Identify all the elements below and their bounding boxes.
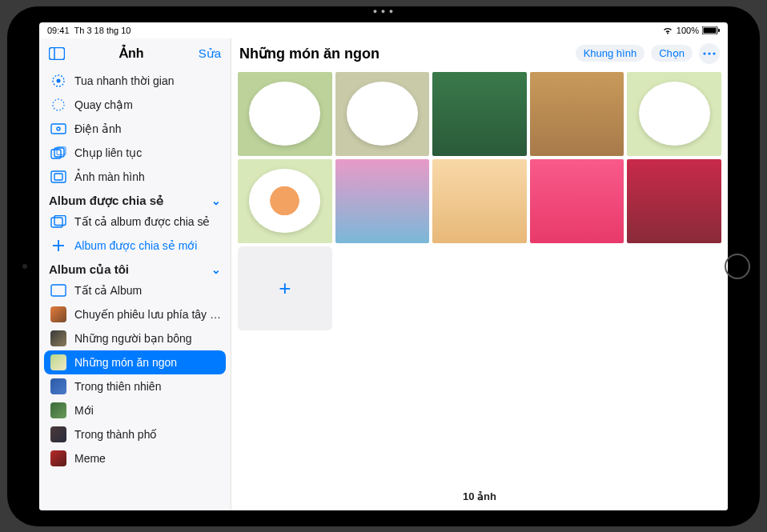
svg-point-21 (708, 52, 710, 54)
sidebar-section-shared[interactable]: Album được chia sẻ ⌄ (39, 189, 231, 210)
front-camera (22, 264, 27, 269)
sidebar-item-label: Album được chia sẻ mới (74, 239, 197, 252)
album-thumb (50, 450, 66, 466)
sidebar-item-album-southwest[interactable]: Chuyến phiêu lưu phía tây nam (39, 302, 231, 326)
photo-thumbnail[interactable] (238, 159, 332, 243)
photo-thumbnail[interactable] (627, 159, 721, 243)
album-thumb (50, 354, 66, 370)
photo-thumbnail[interactable] (238, 72, 332, 156)
chevron-down-icon: ⌄ (211, 194, 221, 207)
sidebar-item-burst[interactable]: Chụp liên tục (39, 141, 231, 165)
add-photo-tile[interactable]: + (238, 246, 332, 330)
burst-icon (50, 145, 66, 161)
sidebar-item-label: Quay chậm (74, 98, 133, 111)
svg-point-22 (713, 52, 715, 54)
sidebar-item-album-fluffy[interactable]: Những người bạn bông (39, 326, 231, 350)
album-thumb (50, 402, 66, 418)
sidebar-item-label: Trong thiên nhiên (74, 380, 161, 393)
app-content: Ảnh Sửa Tua nhanh thời gian Qua (39, 38, 728, 510)
svg-point-7 (53, 99, 64, 110)
sidebar-edit-button[interactable]: Sửa (199, 46, 221, 61)
sidebar-item-label: Ảnh màn hình (74, 170, 145, 183)
section-label: Album được chia sẻ (49, 194, 163, 208)
photo-thumbnail[interactable] (530, 72, 624, 156)
svg-rect-14 (54, 174, 62, 180)
sidebar-item-album-food[interactable]: Những món ăn ngon (44, 350, 226, 374)
slomo-icon (50, 97, 66, 113)
svg-point-20 (703, 52, 705, 54)
sidebar-item-album-nature[interactable]: Trong thiên nhiên (39, 374, 231, 398)
svg-rect-8 (51, 124, 66, 134)
wifi-icon (662, 26, 673, 34)
svg-rect-13 (51, 171, 66, 182)
sidebar-item-album-new[interactable]: Mới (39, 398, 231, 422)
screen: 09:41 Th 3 18 thg 10 ● ● ● 100% (39, 22, 728, 510)
sidebar-item-cinematic[interactable]: Điện ảnh (39, 117, 231, 141)
sidebar-scroll[interactable]: Tua nhanh thời gian Quay chậm Điện ảnh (39, 69, 231, 510)
ellipsis-icon (703, 52, 716, 55)
svg-point-6 (57, 78, 61, 82)
slideshow-button[interactable]: Khung hình (576, 45, 645, 62)
battery-icon (702, 26, 720, 34)
section-label: Album của tôi (49, 262, 129, 277)
status-bar: 09:41 Th 3 18 thg 10 ● ● ● 100% (39, 22, 728, 38)
sidebar-item-label: Chụp liên tục (74, 146, 142, 159)
chevron-down-icon: ⌄ (211, 263, 221, 276)
album-thumb (50, 426, 66, 442)
photo-thumbnail[interactable] (335, 72, 430, 156)
home-button[interactable] (725, 254, 750, 279)
sidebar-item-all-shared[interactable]: Tất cả album được chia sẻ (39, 210, 231, 234)
photo-count: 10 ảnh (231, 484, 728, 510)
cinematic-icon (50, 121, 66, 137)
status-time: 09:41 (47, 26, 70, 35)
albums-icon (50, 282, 66, 298)
photo-grid: + (231, 69, 728, 484)
sidebar-item-label: Chuyến phiêu lưu phía tây nam (74, 308, 221, 321)
sidebar-item-label: Điện ảnh (74, 122, 121, 135)
timelapse-icon (50, 73, 66, 89)
svg-rect-1 (704, 27, 717, 33)
battery-percent: 100% (677, 26, 699, 35)
photo-thumbnail[interactable] (432, 159, 527, 243)
sidebar-item-label: Những người bạn bông (74, 332, 192, 345)
select-button[interactable]: Chọn (651, 45, 693, 62)
sidebar-item-label: Trong thành phố (74, 428, 157, 441)
sidebar-item-label: Những món ăn ngon (74, 356, 177, 369)
more-button[interactable] (699, 43, 720, 64)
sidebar-item-timelapse[interactable]: Tua nhanh thời gian (39, 69, 231, 93)
sidebar-item-slomo[interactable]: Quay chậm (39, 93, 231, 117)
sidebar-item-label: Tua nhanh thời gian (74, 74, 174, 87)
screenshot-icon (50, 169, 66, 185)
sidebar-item-label: Tất cả album được chia sẻ (74, 215, 211, 228)
plus-icon (50, 238, 66, 254)
sidebar-section-my-albums[interactable]: Album của tôi ⌄ (39, 258, 231, 278)
sidebar-item-album-city[interactable]: Trong thành phố (39, 422, 231, 446)
sidebar-item-screenshots[interactable]: Ảnh màn hình (39, 165, 231, 189)
sidebar-title: Ảnh (119, 46, 144, 61)
status-date: Th 3 18 thg 10 (74, 26, 131, 35)
svg-rect-16 (54, 215, 66, 225)
photo-thumbnail[interactable] (432, 72, 527, 156)
svg-rect-3 (50, 47, 65, 59)
album-thumb (50, 378, 66, 394)
photo-thumbnail[interactable] (335, 159, 430, 243)
sidebar-item-album-meme[interactable]: Meme (39, 446, 231, 470)
svg-rect-19 (51, 285, 66, 296)
album-title: Những món ăn ngon (239, 45, 569, 62)
shared-albums-icon (50, 214, 66, 230)
sidebar-header: Ảnh Sửa (39, 38, 231, 69)
sidebar: Ảnh Sửa Tua nhanh thời gian Qua (39, 38, 231, 510)
main-header: Những món ăn ngon Khung hình Chọn (231, 38, 728, 69)
svg-rect-15 (51, 218, 62, 227)
album-thumb (50, 306, 66, 322)
sidebar-item-label: Tất cả Album (74, 284, 142, 297)
svg-rect-2 (718, 29, 720, 32)
sidebar-item-label: Mới (74, 404, 94, 417)
sidebar-item-new-shared[interactable]: Album được chia sẻ mới (39, 234, 231, 258)
plus-icon: + (279, 276, 291, 301)
sidebar-item-all-albums[interactable]: Tất cả Album (39, 278, 231, 302)
sidebar-item-label: Meme (74, 452, 106, 465)
sidebar-toggle-icon[interactable] (49, 46, 65, 61)
photo-thumbnail[interactable] (627, 72, 721, 156)
photo-thumbnail[interactable] (530, 159, 624, 243)
